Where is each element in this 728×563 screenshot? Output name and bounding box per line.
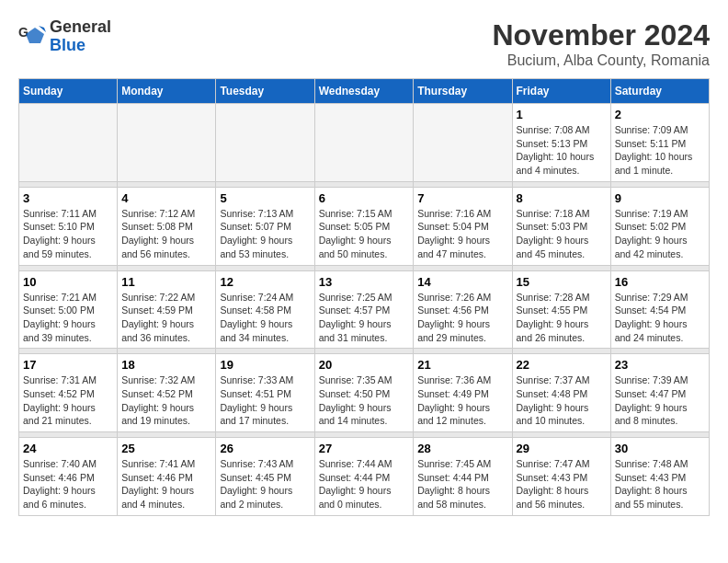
day-cell: 26Sunrise: 7:43 AM Sunset: 4:45 PM Dayli… (216, 438, 314, 516)
header-row: SundayMondayTuesdayWednesdayThursdayFrid… (19, 79, 710, 104)
day-number: 14 (417, 275, 507, 289)
day-cell: 25Sunrise: 7:41 AM Sunset: 4:46 PM Dayli… (118, 438, 216, 516)
header-sunday: Sunday (19, 79, 118, 104)
day-number: 10 (23, 275, 113, 289)
day-info: Sunrise: 7:11 AM Sunset: 5:10 PM Dayligh… (23, 207, 113, 261)
day-info: Sunrise: 7:29 AM Sunset: 4:54 PM Dayligh… (615, 291, 705, 345)
day-info: Sunrise: 7:22 AM Sunset: 4:59 PM Dayligh… (121, 291, 211, 345)
header-friday: Friday (512, 79, 610, 104)
day-cell: 16Sunrise: 7:29 AM Sunset: 4:54 PM Dayli… (610, 270, 709, 349)
day-number: 15 (517, 275, 607, 289)
day-number: 2 (615, 108, 705, 121)
day-cell: 9Sunrise: 7:19 AM Sunset: 5:02 PM Daylig… (610, 187, 709, 265)
day-number: 5 (220, 191, 310, 205)
day-info: Sunrise: 7:09 AM Sunset: 5:11 PM Dayligh… (615, 123, 705, 178)
day-info: Sunrise: 7:39 AM Sunset: 4:47 PM Dayligh… (615, 373, 705, 428)
subtitle: Bucium, Alba County, Romania (492, 52, 710, 69)
day-cell (19, 104, 118, 182)
week-row-0: 1Sunrise: 7:08 AM Sunset: 5:13 PM Daylig… (19, 104, 710, 182)
day-cell: 6Sunrise: 7:15 AM Sunset: 5:05 PM Daylig… (314, 187, 414, 265)
week-row-4: 24Sunrise: 7:40 AM Sunset: 4:46 PM Dayli… (19, 438, 710, 516)
day-number: 6 (319, 191, 410, 205)
title-section: November 2024 Bucium, Alba County, Roman… (492, 18, 710, 69)
day-number: 1 (517, 108, 607, 121)
day-number: 21 (417, 358, 507, 372)
day-cell: 19Sunrise: 7:33 AM Sunset: 4:51 PM Dayli… (216, 354, 314, 432)
day-cell (314, 104, 414, 182)
day-cell: 21Sunrise: 7:36 AM Sunset: 4:49 PM Dayli… (414, 354, 512, 432)
day-number: 26 (220, 442, 310, 455)
day-cell: 2Sunrise: 7:09 AM Sunset: 5:11 PM Daylig… (610, 104, 709, 182)
header-wednesday: Wednesday (314, 79, 414, 104)
day-info: Sunrise: 7:13 AM Sunset: 5:07 PM Dayligh… (220, 207, 310, 261)
header-saturday: Saturday (610, 79, 709, 104)
day-cell: 23Sunrise: 7:39 AM Sunset: 4:47 PM Dayli… (610, 354, 709, 432)
day-info: Sunrise: 7:33 AM Sunset: 4:51 PM Dayligh… (220, 373, 310, 428)
day-cell: 13Sunrise: 7:25 AM Sunset: 4:57 PM Dayli… (314, 270, 414, 349)
day-cell: 8Sunrise: 7:18 AM Sunset: 5:03 PM Daylig… (512, 187, 610, 265)
day-number: 25 (121, 442, 211, 455)
day-cell: 30Sunrise: 7:48 AM Sunset: 4:43 PM Dayli… (610, 438, 709, 516)
logo: G General Blue (18, 18, 111, 55)
day-info: Sunrise: 7:15 AM Sunset: 5:05 PM Dayligh… (319, 207, 410, 261)
day-info: Sunrise: 7:44 AM Sunset: 4:44 PM Dayligh… (319, 457, 410, 511)
day-info: Sunrise: 7:35 AM Sunset: 4:50 PM Dayligh… (319, 373, 410, 428)
logo-icon: G (18, 23, 46, 51)
day-info: Sunrise: 7:32 AM Sunset: 4:52 PM Dayligh… (121, 373, 211, 428)
day-cell: 5Sunrise: 7:13 AM Sunset: 5:07 PM Daylig… (216, 187, 314, 265)
day-number: 18 (121, 358, 211, 372)
day-number: 23 (615, 358, 705, 372)
day-info: Sunrise: 7:41 AM Sunset: 4:46 PM Dayligh… (121, 457, 211, 511)
day-cell: 1Sunrise: 7:08 AM Sunset: 5:13 PM Daylig… (512, 104, 610, 182)
day-info: Sunrise: 7:31 AM Sunset: 4:52 PM Dayligh… (23, 373, 113, 428)
day-info: Sunrise: 7:16 AM Sunset: 5:04 PM Dayligh… (417, 207, 507, 261)
day-number: 22 (517, 358, 607, 372)
day-number: 3 (23, 191, 113, 205)
day-info: Sunrise: 7:48 AM Sunset: 4:43 PM Dayligh… (615, 457, 705, 511)
day-number: 16 (615, 275, 705, 289)
day-cell: 10Sunrise: 7:21 AM Sunset: 5:00 PM Dayli… (19, 270, 118, 349)
logo-blue: Blue (50, 37, 111, 55)
day-cell: 14Sunrise: 7:26 AM Sunset: 4:56 PM Dayli… (414, 270, 512, 349)
day-info: Sunrise: 7:45 AM Sunset: 4:44 PM Dayligh… (417, 457, 507, 511)
day-info: Sunrise: 7:40 AM Sunset: 4:46 PM Dayligh… (23, 457, 113, 511)
week-row-1: 3Sunrise: 7:11 AM Sunset: 5:10 PM Daylig… (19, 187, 710, 265)
month-title: November 2024 (492, 18, 710, 52)
day-cell: 17Sunrise: 7:31 AM Sunset: 4:52 PM Dayli… (19, 354, 118, 432)
day-cell: 29Sunrise: 7:47 AM Sunset: 4:43 PM Dayli… (512, 438, 610, 516)
day-number: 24 (23, 442, 113, 455)
day-number: 7 (417, 191, 507, 205)
day-number: 30 (615, 442, 705, 455)
day-info: Sunrise: 7:21 AM Sunset: 5:00 PM Dayligh… (23, 291, 113, 345)
day-number: 28 (417, 442, 507, 455)
svg-text:G: G (18, 25, 28, 40)
day-cell: 11Sunrise: 7:22 AM Sunset: 4:59 PM Dayli… (118, 270, 216, 349)
day-info: Sunrise: 7:18 AM Sunset: 5:03 PM Dayligh… (517, 207, 607, 261)
day-cell: 7Sunrise: 7:16 AM Sunset: 5:04 PM Daylig… (414, 187, 512, 265)
day-info: Sunrise: 7:19 AM Sunset: 5:02 PM Dayligh… (615, 207, 705, 261)
day-cell: 20Sunrise: 7:35 AM Sunset: 4:50 PM Dayli… (314, 354, 414, 432)
day-cell (118, 104, 216, 182)
header-monday: Monday (118, 79, 216, 104)
day-info: Sunrise: 7:26 AM Sunset: 4:56 PM Dayligh… (417, 291, 507, 345)
day-number: 27 (319, 442, 410, 455)
day-info: Sunrise: 7:12 AM Sunset: 5:08 PM Dayligh… (121, 207, 211, 261)
day-info: Sunrise: 7:36 AM Sunset: 4:49 PM Dayligh… (417, 373, 507, 428)
header-tuesday: Tuesday (216, 79, 314, 104)
day-number: 13 (319, 275, 410, 289)
logo-general: General (50, 18, 111, 37)
day-cell: 22Sunrise: 7:37 AM Sunset: 4:48 PM Dayli… (512, 354, 610, 432)
day-info: Sunrise: 7:24 AM Sunset: 4:58 PM Dayligh… (220, 291, 310, 345)
calendar: SundayMondayTuesdayWednesdayThursdayFrid… (18, 78, 710, 516)
day-number: 19 (220, 358, 310, 372)
header-thursday: Thursday (414, 79, 512, 104)
day-number: 29 (517, 442, 607, 455)
day-number: 11 (121, 275, 211, 289)
day-number: 20 (319, 358, 410, 372)
day-cell: 28Sunrise: 7:45 AM Sunset: 4:44 PM Dayli… (414, 438, 512, 516)
day-cell: 27Sunrise: 7:44 AM Sunset: 4:44 PM Dayli… (314, 438, 414, 516)
week-row-2: 10Sunrise: 7:21 AM Sunset: 5:00 PM Dayli… (19, 270, 710, 349)
day-cell: 18Sunrise: 7:32 AM Sunset: 4:52 PM Dayli… (118, 354, 216, 432)
day-number: 17 (23, 358, 113, 372)
day-number: 12 (220, 275, 310, 289)
